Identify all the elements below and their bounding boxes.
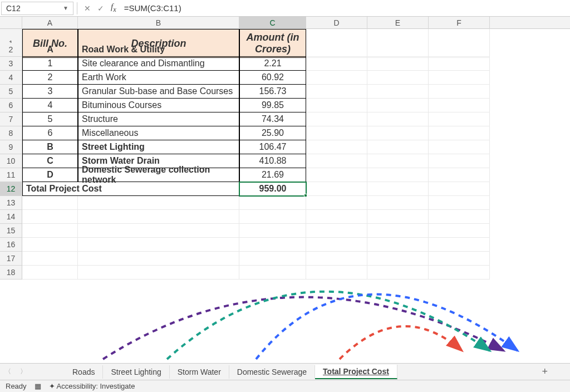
cell[interactable]: [306, 210, 367, 224]
cell[interactable]: [429, 182, 490, 196]
row-header[interactable]: 14: [0, 210, 22, 224]
cell[interactable]: [367, 210, 429, 224]
cell[interactable]: [239, 238, 306, 252]
cell[interactable]: [429, 57, 490, 71]
cell-bill[interactable]: D: [22, 168, 78, 182]
cell[interactable]: [78, 238, 239, 252]
row-header[interactable]: 13: [0, 196, 22, 210]
cell[interactable]: [429, 266, 490, 280]
row-header[interactable]: 8: [0, 126, 22, 140]
cell[interactable]: [306, 85, 367, 99]
cell-description[interactable]: Earth Work: [78, 71, 239, 85]
cell-description[interactable]: Street Lighting: [78, 140, 239, 154]
column-header[interactable]: B: [78, 17, 239, 29]
cell-description[interactable]: Granular Sub-base and Base Courses: [78, 85, 239, 99]
row-header[interactable]: 18: [0, 266, 22, 280]
cell-amount[interactable]: 156.73: [239, 85, 306, 99]
cell-bill[interactable]: 6: [22, 126, 78, 140]
cell[interactable]: [367, 112, 429, 126]
cell-total-label[interactable]: Total Project Cost: [22, 182, 239, 196]
row-header[interactable]: 4: [0, 71, 22, 85]
cell[interactable]: [367, 168, 429, 182]
cell[interactable]: [306, 266, 367, 280]
cell[interactable]: [429, 196, 490, 210]
cell[interactable]: [239, 252, 306, 266]
cell-description[interactable]: Miscellaneous: [78, 126, 239, 140]
cell[interactable]: [367, 266, 429, 280]
cell-bill[interactable]: B: [22, 140, 78, 154]
cell[interactable]: [239, 224, 306, 238]
cell[interactable]: [429, 140, 490, 154]
row-header[interactable]: 7: [0, 112, 22, 126]
cell-description[interactable]: Road Work & Utility: [78, 43, 239, 57]
cell[interactable]: [367, 57, 429, 71]
cell[interactable]: [429, 238, 490, 252]
cell-amount[interactable]: 106.47: [239, 140, 306, 154]
cell[interactable]: [367, 85, 429, 99]
select-all-corner[interactable]: [0, 17, 22, 29]
cell[interactable]: [78, 224, 239, 238]
cell[interactable]: [429, 112, 490, 126]
cell[interactable]: [22, 210, 78, 224]
cell[interactable]: [367, 238, 429, 252]
tab-roads[interactable]: Roads: [65, 365, 103, 379]
fill-handle[interactable]: [304, 194, 307, 197]
row-header[interactable]: 5: [0, 85, 22, 99]
cell[interactable]: [239, 210, 306, 224]
cell[interactable]: [429, 85, 490, 99]
cell[interactable]: [367, 71, 429, 85]
tab-street-lighting[interactable]: Street Lighting: [103, 365, 169, 379]
cell[interactable]: [306, 57, 367, 71]
cell[interactable]: [367, 99, 429, 112]
cell[interactable]: [306, 168, 367, 182]
tab-domestic-sewerage[interactable]: Domestic Sewerage: [229, 365, 315, 379]
cell-bill[interactable]: 4: [22, 99, 78, 112]
row-header[interactable]: 2: [0, 43, 22, 57]
accessibility-status[interactable]: ✦ Accessibility: Investigate: [49, 382, 135, 390]
row-header[interactable]: 6: [0, 99, 22, 112]
row-header[interactable]: 10: [0, 154, 22, 168]
cell[interactable]: [429, 252, 490, 266]
cell-description[interactable]: Site clearance and Dismantling: [78, 57, 239, 71]
row-header[interactable]: 3: [0, 57, 22, 71]
cell-total-amount[interactable]: 959.00: [239, 182, 306, 196]
cell[interactable]: [306, 112, 367, 126]
cell[interactable]: [429, 43, 490, 57]
formula-input[interactable]: =SUM(C3:C11): [120, 0, 570, 16]
cell[interactable]: [22, 224, 78, 238]
fx-icon[interactable]: fx: [107, 2, 120, 14]
cell[interactable]: [306, 99, 367, 112]
cell[interactable]: [367, 196, 429, 210]
row-header[interactable]: 16: [0, 238, 22, 252]
cell[interactable]: [306, 196, 367, 210]
cell[interactable]: [429, 168, 490, 182]
cell[interactable]: [306, 140, 367, 154]
tab-nav-prev-icon[interactable]: 〈: [0, 367, 16, 376]
cell-bill[interactable]: 3: [22, 85, 78, 99]
cell-description[interactable]: Structure: [78, 112, 239, 126]
cell-amount[interactable]: 99.85: [239, 99, 306, 112]
cell[interactable]: [429, 210, 490, 224]
cell[interactable]: [306, 154, 367, 168]
cell[interactable]: [78, 196, 239, 210]
cell[interactable]: [429, 126, 490, 140]
cell[interactable]: [306, 43, 367, 57]
cell[interactable]: [306, 238, 367, 252]
cell-bill[interactable]: 1: [22, 57, 78, 71]
cancel-icon[interactable]: ✕: [81, 4, 94, 13]
column-header[interactable]: C: [239, 17, 306, 29]
row-header[interactable]: 11: [0, 168, 22, 182]
cell[interactable]: [22, 196, 78, 210]
cell[interactable]: [306, 71, 367, 85]
cell[interactable]: [367, 140, 429, 154]
column-header[interactable]: A: [22, 17, 78, 29]
cell[interactable]: [239, 196, 306, 210]
column-header[interactable]: F: [429, 17, 490, 29]
add-sheet-icon[interactable]: +: [530, 366, 559, 378]
cell-bill[interactable]: A: [22, 43, 78, 57]
cell[interactable]: [367, 224, 429, 238]
tab-nav-next-icon[interactable]: 〉: [16, 367, 31, 376]
macro-recorder-icon[interactable]: ▦: [35, 382, 41, 390]
cell-amount[interactable]: 2.21: [239, 57, 306, 71]
row-header[interactable]: 12: [0, 182, 22, 196]
